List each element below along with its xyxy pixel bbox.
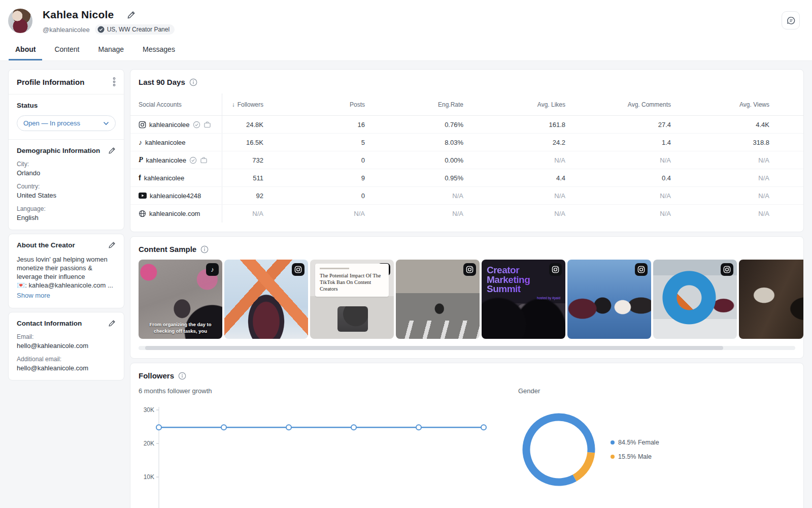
legend-label: 15.5% Male — [618, 453, 652, 460]
data-point-marker[interactable] — [156, 425, 161, 430]
gender-title: Gender — [518, 387, 659, 395]
account-handle[interactable]: kahleanicole4248 — [150, 192, 201, 200]
field-label: Additional email: — [17, 356, 116, 363]
column-header-label: Avg. Views — [739, 101, 769, 108]
content-sample-card-section: Content Sample ♪From organizing the day … — [130, 236, 804, 359]
account-handle[interactable]: kahleanicole.com — [149, 210, 200, 217]
legend-label: 84.5% Female — [618, 439, 659, 446]
y-tick-label: 10K — [144, 473, 154, 481]
stat-value: N/A — [671, 187, 769, 204]
carousel-scrollbar-thumb[interactable] — [145, 346, 723, 350]
info-icon[interactable] — [189, 78, 197, 86]
data-point-marker[interactable] — [286, 425, 291, 430]
social-account-row-facebook[interactable]: fkahleanicolee51190.95%4.40.4N/A — [130, 169, 803, 187]
stat-value: 0 — [263, 187, 365, 204]
platform-badge — [635, 263, 648, 276]
social-account-row-website[interactable]: kahleanicole.comN/AN/AN/AN/AN/AN/A — [130, 205, 803, 223]
stat-value: N/A — [565, 187, 671, 204]
edit-name-icon[interactable] — [127, 11, 136, 19]
column-header-followers[interactable]: ↓Followers — [222, 93, 263, 115]
profile-options-kebab-icon[interactable] — [113, 77, 116, 86]
profile-information-title: Profile Information — [17, 78, 84, 86]
about-creator-title: About the Creator — [17, 241, 75, 249]
edit-about-icon[interactable] — [108, 241, 116, 249]
field-label: Email: — [17, 333, 116, 340]
info-field: City:Orlando — [17, 161, 116, 177]
account-handle[interactable]: kahleanicolee — [146, 156, 187, 164]
info-icon[interactable] — [200, 245, 209, 253]
content-sample-item[interactable]: Creator Marketing Summithosted by #paid — [482, 260, 565, 339]
data-point-marker[interactable] — [221, 425, 226, 430]
data-point-marker[interactable] — [351, 425, 356, 430]
status-dropdown[interactable]: Open — In process — [17, 115, 116, 131]
sidebar: Profile Information Status Open — In pro… — [8, 69, 124, 380]
stat-value: 511 — [222, 169, 263, 186]
chat-button[interactable] — [782, 11, 800, 29]
stat-value: 16 — [263, 116, 365, 133]
edit-contact-icon[interactable] — [108, 320, 116, 327]
account-handle[interactable]: kahleanicolee — [144, 174, 185, 182]
legend-dot — [611, 455, 615, 459]
video-caption: From organizing the day to checking off … — [139, 322, 222, 335]
info-field: Country:United States — [17, 183, 116, 199]
data-point-marker[interactable] — [416, 425, 421, 430]
social-account-row-instagram[interactable]: kahleanicolee24.8K160.76%161.827.44.4K — [130, 116, 803, 134]
tab-messages[interactable]: Messages — [136, 45, 182, 60]
stat-value: 5 — [263, 134, 365, 151]
content-sample-item[interactable]: The Potential Impact Of The TikTok Ban O… — [310, 260, 394, 339]
content-sample-item[interactable]: ♪From organizing the day to checking off… — [139, 260, 222, 339]
stat-value: 0.95% — [365, 169, 463, 186]
content-sample-item[interactable] — [567, 260, 651, 339]
stat-value: 27.4 — [565, 116, 671, 133]
account-handle[interactable]: kahleanicolee — [145, 139, 186, 146]
content-sample-item[interactable] — [653, 260, 737, 339]
column-header-avg-views: Avg. Views — [671, 93, 769, 115]
social-account-row-tiktok[interactable]: ♪kahleanicolee16.5K58.03%24.21.4318.8 — [130, 134, 803, 151]
tiktok-icon: ♪ — [139, 139, 142, 146]
panel-badge-label: US, WW Creator Panel — [107, 26, 170, 33]
top-bar: Kahlea Nicole @kahleanicolee US, WW Crea… — [0, 0, 812, 61]
content-sample-item[interactable] — [396, 260, 480, 339]
social-account-row-youtube[interactable]: kahleanicole4248920N/AN/AN/AN/A — [130, 187, 803, 205]
content-sample-item[interactable] — [739, 260, 803, 339]
data-point-marker[interactable] — [481, 425, 486, 430]
social-account-row-pinterest[interactable]: Pkahleanicolee73200.00%N/AN/AN/A — [130, 151, 803, 169]
gender-chart-area: Gender 84.5% Female15.5% Male — [518, 387, 659, 508]
column-header-avg-likes: Avg. Likes — [463, 93, 565, 115]
stat-value: 8.03% — [365, 134, 463, 151]
field-label: City: — [17, 161, 116, 168]
tab-manage[interactable]: Manage — [91, 45, 130, 60]
carousel-scrollbar-track[interactable] — [139, 346, 795, 350]
column-header-avg-comments: Avg. Comments — [565, 93, 671, 115]
tiktok-badge-icon: ♪ — [211, 266, 214, 273]
column-header-label: Followers — [238, 101, 263, 108]
tab-about[interactable]: About — [9, 45, 42, 60]
article-card: The Potential Impact Of The TikTok Ban O… — [315, 264, 389, 297]
last-90-days-title: Last 90 Days — [139, 78, 185, 86]
tab-content[interactable]: Content — [48, 45, 86, 60]
field-value: United States — [17, 192, 116, 199]
edit-demographic-icon[interactable] — [108, 147, 116, 154]
stat-value: N/A — [671, 169, 769, 186]
donut-slice-male[interactable] — [574, 453, 591, 478]
stat-value: N/A — [671, 205, 769, 223]
stat-value: 1.4 — [565, 134, 671, 151]
content-sample-item[interactable] — [224, 260, 308, 339]
creator-panel-badge: US, WW Creator Panel — [95, 24, 175, 35]
info-field: Language:English — [17, 205, 116, 221]
follower-growth-title: 6 months follower growth — [139, 387, 509, 395]
creator-bio-email: 💌: kahlea@kahleanicole.com ... — [17, 281, 116, 290]
pencil-icon — [127, 11, 136, 19]
show-more-link[interactable]: Show more — [17, 292, 50, 299]
column-header-label: Posts — [350, 101, 365, 108]
account-handle[interactable]: kahleanicolee — [149, 121, 190, 129]
verified-check-icon — [97, 26, 105, 33]
legend-dot — [611, 440, 615, 444]
info-icon[interactable] — [178, 372, 186, 380]
content-sample-title: Content Sample — [139, 245, 196, 253]
tab-bar: AboutContentManageMessages — [9, 45, 182, 60]
instagram-badge-icon — [637, 266, 645, 273]
info-field: Email:hello@kahleanicole.com — [17, 333, 116, 350]
column-header-label: Avg. Likes — [537, 101, 565, 108]
column-header-posts: Posts — [263, 93, 365, 115]
